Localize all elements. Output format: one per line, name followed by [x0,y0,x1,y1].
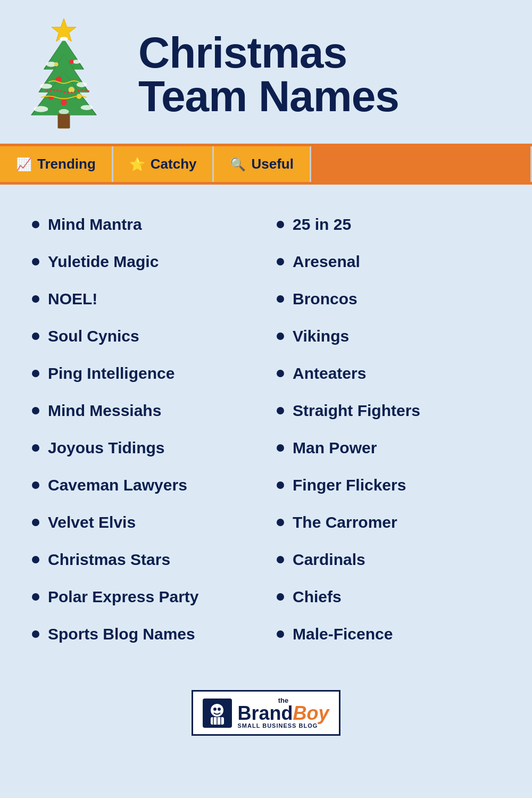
svg-point-14 [81,105,93,110]
list-item: Caveman Lawyers [32,467,255,504]
tab-catchy[interactable]: ⭐ Catchy [113,146,214,182]
bullet-icon [32,444,39,452]
list-item: NOEL! [32,280,255,318]
list-item: Mind Mantra [32,206,255,243]
svg-point-13 [34,106,48,112]
list-item: Chiefs [277,578,500,616]
logo-sub-text: SMALL BUSINESS BLOG [237,723,329,729]
item-text: Joyous Tidings [48,439,164,457]
list-item: The Carromer [277,504,500,541]
left-column: Mind MantraYuletide MagicNOEL!Soul Cynic… [32,206,255,653]
footer: the BrandBoy SMALL BUSINESS BLOG [0,674,532,757]
bullet-icon [277,221,284,228]
item-text: Sports Blog Names [48,625,195,643]
christmas-tree-image [11,16,128,133]
svg-rect-16 [58,114,70,129]
item-text: Male-Ficence [293,625,393,643]
list-item: Anteaters [277,355,500,392]
tab-useful-label: Useful [251,156,293,172]
item-text: Mind Messiahs [48,402,161,420]
item-text: Yuletide Magic [48,253,159,271]
svg-point-15 [59,109,69,114]
item-text: Chiefs [293,588,342,606]
bullet-icon [277,407,284,414]
bullet-icon [277,481,284,489]
svg-point-5 [72,60,80,64]
bullet-icon [32,481,39,489]
item-text: NOEL! [48,290,97,308]
item-text: Polar Express Party [48,588,199,606]
two-column-list: Mind MantraYuletide MagicNOEL!Soul Cynic… [32,206,500,653]
item-text: Soul Cynics [48,327,139,345]
item-text: Finger Flickers [293,476,406,494]
item-text: 25 in 25 [293,215,351,234]
useful-icon: 🔍 [230,157,246,172]
logo-face-icon [203,699,232,728]
item-text: The Carromer [293,513,397,531]
svg-point-22 [54,62,59,66]
svg-point-3 [60,37,68,41]
item-text: Vikings [293,327,349,345]
brandboy-logo: the BrandBoy SMALL BUSINESS BLOG [192,690,340,736]
bullet-icon [32,295,39,303]
list-item: Polar Express Party [32,578,255,616]
tab-catchy-label: Catchy [151,156,197,172]
item-text: Caveman Lawyers [48,476,187,494]
bullet-icon [32,630,39,638]
list-item: Man Power [277,429,500,467]
list-item: Broncos [277,280,500,318]
bullet-icon [277,295,284,303]
list-item: Yuletide Magic [32,243,255,280]
item-text: Broncos [293,290,358,308]
bullet-icon [32,258,39,265]
list-item: Christmas Stars [32,541,255,578]
list-item: 25 in 25 [277,206,500,243]
list-item: Aresenal [277,243,500,280]
trending-icon: 📈 [16,157,32,172]
bullet-icon [277,630,284,638]
logo-brand-text: BrandBoy [237,704,329,723]
item-text: Cardinals [293,551,365,569]
item-text: Velvet Elvis [48,513,136,531]
list-item: Ping Intelligence [32,355,255,392]
right-column: 25 in 25AresenalBroncosVikingsAnteatersS… [277,206,500,653]
logo-text: the BrandBoy SMALL BUSINESS BLOG [237,697,329,729]
list-item: Sports Blog Names [32,616,255,653]
item-text: Straight Fighters [293,402,420,420]
tab-useful[interactable]: 🔍 Useful [214,146,311,182]
tabs-bar: 📈 Trending ⭐ Catchy 🔍 Useful [0,144,532,185]
tab-trending-label: Trending [37,156,96,172]
svg-point-23 [70,60,74,64]
tab-more[interactable] [311,146,532,182]
list-item: Straight Fighters [277,392,500,429]
content-area: Mind MantraYuletide MagicNOEL!Soul Cynic… [0,185,532,674]
bullet-icon [277,519,284,526]
bullet-icon [277,258,284,265]
bullet-icon [32,332,39,340]
list-item: Male-Ficence [277,616,500,653]
bullet-icon [277,332,284,340]
svg-point-21 [61,99,66,105]
svg-point-26 [213,708,217,711]
item-text: Man Power [293,439,377,457]
list-item: Velvet Elvis [32,504,255,541]
bullet-icon [32,556,39,563]
list-item: Cardinals [277,541,500,578]
list-item: Mind Messiahs [32,392,255,429]
list-item: Finger Flickers [277,467,500,504]
svg-point-9 [77,82,87,87]
header: Christmas Team Names [0,0,532,144]
list-item: Vikings [277,318,500,355]
bullet-icon [277,556,284,563]
bullet-icon [277,444,284,452]
tab-trending[interactable]: 📈 Trending [0,146,113,182]
title-container: Christmas Team Names [128,31,511,118]
item-text: Ping Intelligence [48,364,174,383]
bullet-icon [32,519,39,526]
bullet-icon [277,593,284,601]
bullet-icon [32,221,39,228]
list-item: Joyous Tidings [32,429,255,467]
bullet-icon [32,593,39,601]
list-item: Soul Cynics [32,318,255,355]
svg-point-27 [218,708,221,711]
